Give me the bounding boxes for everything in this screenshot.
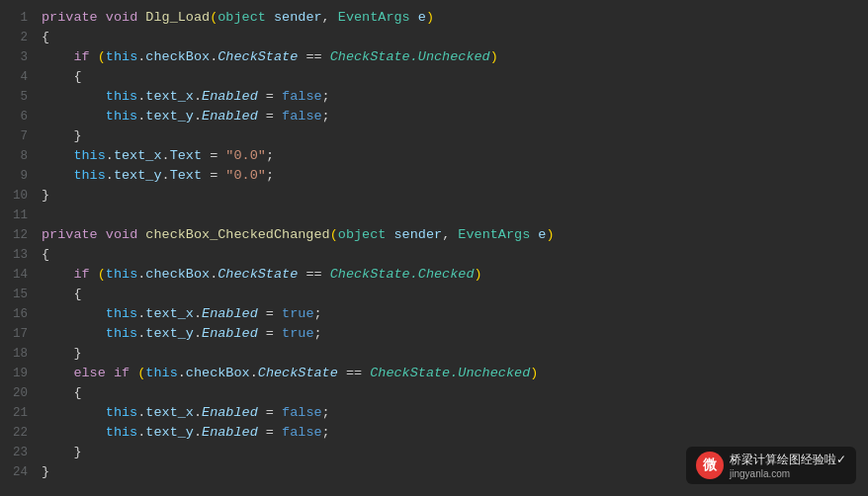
line-code: }: [42, 462, 49, 482]
code-line: 18 }: [0, 344, 868, 364]
line-number: 18: [0, 344, 28, 364]
line-code: this.text_y.Enabled = false;: [42, 107, 330, 126]
code-line: 12private void checkBox_CheckedChanged(o…: [0, 225, 868, 245]
line-code: {: [42, 67, 82, 87]
code-line: 21 this.text_x.Enabled = false;: [0, 403, 868, 423]
code-line: 3 if (this.checkBox.CheckState == CheckS…: [0, 47, 868, 67]
line-number: 6: [0, 107, 28, 126]
code-editor: 1private void Dlg_Load(object sender, Ev…: [0, 0, 868, 490]
line-number: 24: [0, 462, 28, 482]
line-number: 23: [0, 443, 28, 462]
line-number: 10: [0, 186, 28, 206]
code-line: 9 this.text_y.Text = "0.0";: [0, 166, 868, 186]
code-line: 16 this.text_x.Enabled = true;: [0, 304, 868, 324]
line-code: {: [42, 28, 49, 47]
line-code: {: [42, 285, 82, 304]
line-code: }: [42, 126, 82, 146]
line-number: 4: [0, 67, 28, 87]
line-number: 13: [0, 245, 28, 265]
line-code: this.text_x.Enabled = false;: [42, 87, 330, 107]
line-code: this.text_x.Enabled = false;: [42, 403, 330, 423]
watermark-line2: jingyanla.com: [730, 468, 846, 479]
line-number: 22: [0, 423, 28, 443]
line-number: 3: [0, 47, 28, 67]
line-number: 15: [0, 285, 28, 304]
code-line: 1private void Dlg_Load(object sender, Ev…: [0, 8, 868, 28]
line-code: if (this.checkBox.CheckState == CheckSta…: [42, 265, 482, 285]
code-line: 2{: [0, 28, 868, 47]
code-line: 10}: [0, 186, 868, 206]
code-line: 5 this.text_x.Enabled = false;: [0, 87, 868, 107]
line-number: 14: [0, 265, 28, 285]
line-code: {: [42, 245, 49, 265]
line-code: this.text_y.Text = "0.0";: [42, 166, 274, 186]
code-line: 13{: [0, 245, 868, 265]
line-number: 12: [0, 225, 28, 245]
line-number: 1: [0, 8, 28, 28]
line-code: private void checkBox_CheckedChanged(obj…: [42, 225, 555, 245]
line-number: 19: [0, 364, 28, 383]
line-number: 8: [0, 146, 28, 166]
code-line: 4 {: [0, 67, 868, 87]
code-line: 19 else if (this.checkBox.CheckState == …: [0, 364, 868, 383]
line-code: this.text_x.Enabled = true;: [42, 304, 322, 324]
line-code: }: [42, 443, 82, 462]
line-code: this.text_y.Enabled = true;: [42, 324, 322, 344]
line-number: 5: [0, 87, 28, 107]
code-line: 22 this.text_y.Enabled = false;: [0, 423, 868, 443]
line-number: 11: [0, 206, 28, 225]
line-code: this.text_x.Text = "0.0";: [42, 146, 274, 166]
line-code: {: [42, 383, 82, 403]
line-code: }: [42, 186, 49, 206]
line-number: 16: [0, 304, 28, 324]
code-line: 8 this.text_x.Text = "0.0";: [0, 146, 868, 166]
line-number: 20: [0, 383, 28, 403]
code-line: 6 this.text_y.Enabled = false;: [0, 107, 868, 126]
line-code: if (this.checkBox.CheckState == CheckSta…: [42, 47, 498, 67]
watermark: 微 桥梁计算绘图经验啦✓ jingyanla.com: [686, 447, 856, 484]
watermark-icon: 微: [696, 452, 724, 479]
line-number: 7: [0, 126, 28, 146]
code-line: 11: [0, 206, 868, 225]
line-number: 21: [0, 403, 28, 423]
code-line: 20 {: [0, 383, 868, 403]
watermark-text-block: 桥梁计算绘图经验啦✓ jingyanla.com: [730, 452, 846, 479]
code-line: 14 if (this.checkBox.CheckState == Check…: [0, 265, 868, 285]
line-number: 2: [0, 28, 28, 47]
code-line: 15 {: [0, 285, 868, 304]
code-line: 7 }: [0, 126, 868, 146]
line-code: private void Dlg_Load(object sender, Eve…: [42, 8, 434, 28]
line-code: this.text_y.Enabled = false;: [42, 423, 330, 443]
code-line: 17 this.text_y.Enabled = true;: [0, 324, 868, 344]
line-code: }: [42, 344, 82, 364]
line-number: 17: [0, 324, 28, 344]
line-number: 9: [0, 166, 28, 186]
watermark-line1: 桥梁计算绘图经验啦✓: [730, 452, 846, 468]
line-code: else if (this.checkBox.CheckState == Che…: [42, 364, 538, 383]
